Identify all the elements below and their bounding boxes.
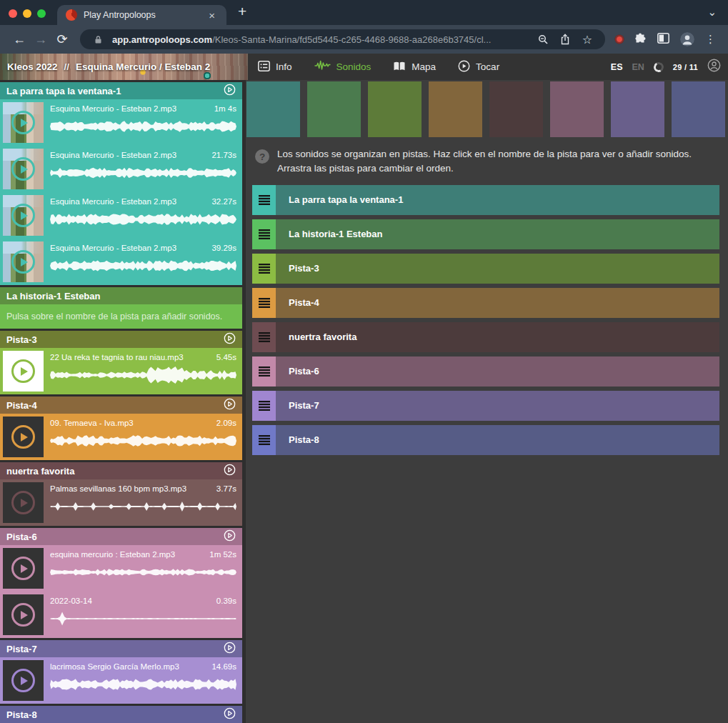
- lang-es-button[interactable]: ES: [611, 62, 623, 72]
- track-section-header[interactable]: Pista-8: [0, 706, 242, 723]
- track-section-header[interactable]: La parra tapa la ventana-1: [0, 82, 242, 99]
- track-row[interactable]: La historia-1 Esteban: [252, 219, 719, 249]
- clip-play-button[interactable]: [11, 157, 35, 181]
- track-play-icon[interactable]: [224, 707, 236, 722]
- clip-waveform[interactable]: [50, 430, 236, 452]
- drag-handle[interactable]: [252, 185, 276, 215]
- clip-play-button[interactable]: [11, 603, 35, 627]
- clip-waveform[interactable]: [50, 364, 236, 386]
- lang-en-button[interactable]: EN: [632, 62, 644, 72]
- extensions-puzzle-icon[interactable]: [634, 32, 647, 47]
- track-row-bar[interactable]: Pista-7: [276, 391, 719, 421]
- clip-waveform[interactable]: [50, 162, 236, 184]
- track-play-icon[interactable]: [224, 84, 236, 98]
- clip-thumbnail[interactable]: [3, 417, 44, 457]
- clip-play-button[interactable]: [11, 557, 35, 580]
- clip-thumbnail[interactable]: [3, 548, 44, 589]
- clip-waveform[interactable]: [50, 496, 236, 517]
- track-play-icon[interactable]: [224, 529, 236, 544]
- drag-handle[interactable]: [252, 219, 276, 249]
- audio-clip[interactable]: 2022-03-140.39s: [0, 592, 242, 638]
- track-row-bar[interactable]: Pista-8: [276, 425, 719, 455]
- clip-thumbnail[interactable]: [3, 351, 44, 392]
- minimize-window-button[interactable]: [23, 9, 31, 18]
- drag-handle[interactable]: [252, 254, 276, 284]
- new-tab-button[interactable]: +: [238, 3, 246, 20]
- track-row-bar[interactable]: Pista-3: [276, 254, 719, 284]
- clip-thumbnail[interactable]: [3, 594, 44, 635]
- tab-tocar[interactable]: Tocar: [458, 60, 499, 74]
- drag-handle[interactable]: [252, 425, 276, 455]
- clip-thumbnail[interactable]: [3, 482, 44, 523]
- tab-mapa[interactable]: Mapa: [393, 61, 436, 74]
- track-section-header[interactable]: Pista-7: [0, 640, 242, 657]
- clip-waveform[interactable]: [50, 255, 236, 276]
- track-play-icon[interactable]: [224, 464, 236, 478]
- clip-thumbnail[interactable]: [3, 102, 44, 143]
- audio-clip[interactable]: esquina mercurio : Esteban 2.mp31m 52s: [0, 545, 242, 592]
- track-row[interactable]: Pista-3: [252, 254, 719, 284]
- clip-play-button[interactable]: [11, 669, 35, 692]
- account-icon[interactable]: [707, 59, 721, 75]
- audio-clip[interactable]: Esquina Mercurio - Esteban 2.mp31m 4s: [0, 99, 242, 146]
- clip-play-button[interactable]: [11, 491, 35, 514]
- clip-waveform[interactable]: [50, 674, 236, 695]
- clip-play-button[interactable]: [11, 204, 35, 227]
- clip-thumbnail[interactable]: [3, 241, 44, 282]
- clip-play-button[interactable]: [11, 250, 35, 274]
- track-section-header[interactable]: La historia-1 Esteban: [0, 287, 242, 304]
- track-section-header[interactable]: nuertra favorita: [0, 462, 242, 479]
- side-panel-icon[interactable]: [657, 33, 669, 46]
- record-extension-icon[interactable]: [615, 35, 624, 44]
- clip-thumbnail[interactable]: [3, 195, 44, 236]
- address-bar[interactable]: app.antropoloops.com/Kleos-Santa-Marina/…: [80, 29, 605, 49]
- track-row[interactable]: Pista-7: [252, 391, 719, 421]
- clip-play-button[interactable]: [11, 359, 35, 383]
- tab-sonidos[interactable]: Sonidos: [314, 60, 372, 74]
- audio-clip[interactable]: lacrimosa Sergio García Merlo.mp314.69s: [0, 657, 242, 704]
- audio-clip[interactable]: Palmas sevillanas 160 bpm mp3.mp33.77s: [0, 479, 242, 526]
- drag-handle[interactable]: [252, 288, 276, 318]
- clip-thumbnail[interactable]: [3, 149, 44, 189]
- browser-menu-kebab-icon[interactable]: ⋮: [705, 33, 716, 46]
- forward-button[interactable]: →: [30, 29, 51, 50]
- audio-clip[interactable]: Esquina Mercurio - Esteban 2.mp332.27s: [0, 192, 242, 239]
- clip-waveform[interactable]: [50, 209, 236, 230]
- audio-clip[interactable]: 09. Temaeva - Iva.mp32.09s: [0, 414, 242, 460]
- close-window-button[interactable]: [9, 9, 17, 18]
- clip-thumbnail[interactable]: [3, 660, 44, 701]
- back-button[interactable]: ←: [9, 29, 30, 50]
- browser-tab[interactable]: Play Antropoloops ×: [57, 5, 226, 25]
- track-section-header[interactable]: Pista-4: [0, 397, 242, 414]
- project-name[interactable]: Kleos 2022: [7, 61, 58, 72]
- clip-waveform[interactable]: [50, 608, 236, 629]
- track-row[interactable]: Pista-6: [252, 356, 719, 387]
- track-section-header[interactable]: Pista-6: [0, 528, 242, 545]
- clip-play-button[interactable]: [11, 425, 35, 449]
- bookmark-star-icon[interactable]: ☆: [579, 33, 595, 46]
- clip-waveform[interactable]: [50, 562, 236, 583]
- track-row[interactable]: nuertra favorita: [252, 322, 719, 352]
- track-play-icon[interactable]: [224, 332, 236, 346]
- tab-search-chevron-icon[interactable]: ⌄: [707, 6, 717, 19]
- drag-handle[interactable]: [252, 391, 276, 421]
- tab-close-icon[interactable]: ×: [206, 9, 218, 22]
- track-row-bar[interactable]: Pista-6: [276, 356, 719, 387]
- track-row[interactable]: La parra tapa la ventana-1: [252, 185, 719, 215]
- share-icon[interactable]: [557, 34, 573, 45]
- track-row-bar[interactable]: nuertra favorita: [276, 322, 719, 352]
- drag-handle[interactable]: [252, 322, 276, 352]
- track-play-icon[interactable]: [224, 642, 236, 656]
- track-section-header[interactable]: Pista-3: [0, 331, 242, 348]
- track-row-bar[interactable]: La parra tapa la ventana-1: [276, 185, 719, 215]
- audio-clip[interactable]: Esquina Mercurio - Esteban 2.mp321.73s: [0, 146, 242, 192]
- audio-clip[interactable]: 22 Ua reka te tagnia to rau niau.mp35.45…: [0, 348, 242, 394]
- tab-info[interactable]: Info: [258, 61, 292, 74]
- drag-handle[interactable]: [252, 356, 276, 387]
- track-play-icon[interactable]: [224, 398, 236, 412]
- track-row-bar[interactable]: Pista-4: [276, 288, 719, 318]
- clip-play-button[interactable]: [11, 111, 35, 134]
- clip-waveform[interactable]: [50, 116, 236, 137]
- zoom-page-icon[interactable]: [535, 34, 551, 45]
- zoom-window-button[interactable]: [37, 9, 46, 18]
